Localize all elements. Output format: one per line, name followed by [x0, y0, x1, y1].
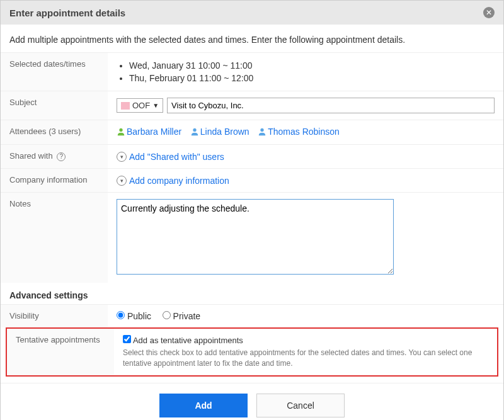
help-icon[interactable]: ? [57, 152, 66, 161]
svg-point-0 [119, 128, 122, 132]
type-label: OOF [132, 101, 150, 110]
dialog-title: Enter appointment details [9, 8, 125, 18]
chevron-down-icon: ▾ [117, 152, 127, 162]
user-icon [258, 127, 266, 136]
chevron-down-icon: ▼ [152, 102, 159, 109]
visibility-private-option[interactable]: Private [163, 311, 200, 321]
add-button[interactable]: Add [159, 394, 248, 417]
appointment-type-select[interactable]: OOF ▼ [117, 98, 163, 113]
user-icon [190, 127, 199, 136]
tentative-checkbox[interactable] [123, 335, 131, 343]
label-selected: Selected dates/times [1, 53, 108, 91]
label-notes: Notes [1, 193, 108, 283]
advanced-settings-heading: Advanced settings [1, 283, 503, 304]
row-shared-with: Shared with ? ▾ Add "Shared with" users [1, 144, 503, 168]
dialog-footer: Add Cancel [1, 383, 503, 420]
visibility-public-radio[interactable] [117, 311, 125, 319]
notes-textarea[interactable] [117, 199, 394, 275]
cancel-button[interactable]: Cancel [256, 394, 345, 417]
tentative-highlight: Tentative appointments Add as tentative … [6, 327, 498, 377]
visibility-public-option[interactable]: Public [117, 311, 151, 321]
row-notes: Notes [1, 192, 503, 283]
label-company: Company information [1, 169, 108, 192]
tentative-description: Select this check box to add tentative a… [123, 348, 488, 369]
svg-point-2 [261, 128, 264, 132]
tentative-checkbox-label[interactable]: Add as tentative appointments [123, 336, 243, 345]
attendee-link[interactable]: Linda Brown [190, 127, 249, 137]
attendee-link[interactable]: Barbara Miller [117, 127, 181, 137]
visibility-private-radio[interactable] [163, 311, 171, 319]
label-visibility: Visibility [1, 305, 108, 327]
date-item: Thu, February 01 11:00 ~ 12:00 [129, 72, 495, 84]
add-company-info-link[interactable]: ▾ Add company information [117, 176, 229, 186]
chevron-down-icon: ▾ [117, 176, 127, 186]
svg-point-1 [193, 128, 196, 132]
row-tentative: Tentative appointments Add as tentative … [7, 329, 497, 375]
appointment-dialog: Enter appointment details ✕ Add multiple… [0, 0, 504, 420]
intro-text: Add multiple appointments with the selec… [1, 25, 503, 52]
label-attendees: Attendees (3 users) [1, 120, 108, 144]
label-subject: Subject [1, 91, 108, 120]
row-selected-dates: Selected dates/times Wed, January 31 10:… [1, 52, 503, 91]
row-company-info: Company information ▾ Add company inform… [1, 168, 503, 192]
subject-input[interactable] [167, 98, 495, 113]
date-list: Wed, January 31 10:00 ~ 11:00 Thu, Febru… [117, 59, 495, 84]
date-item: Wed, January 31 10:00 ~ 11:00 [129, 59, 495, 72]
label-shared: Shared with [9, 151, 53, 161]
label-tentative: Tentative appointments [7, 329, 114, 375]
add-shared-with-link[interactable]: ▾ Add "Shared with" users [117, 152, 224, 162]
attendee-link[interactable]: Thomas Robinson [258, 127, 340, 137]
row-subject: Subject OOF ▼ [1, 91, 503, 120]
close-icon[interactable]: ✕ [483, 7, 495, 18]
dialog-header: Enter appointment details ✕ [1, 1, 503, 25]
row-visibility: Visibility Public Private [1, 304, 503, 327]
row-attendees: Attendees (3 users) Barbara Miller Linda… [1, 120, 503, 144]
type-color-swatch [121, 102, 130, 110]
user-icon [117, 127, 125, 136]
